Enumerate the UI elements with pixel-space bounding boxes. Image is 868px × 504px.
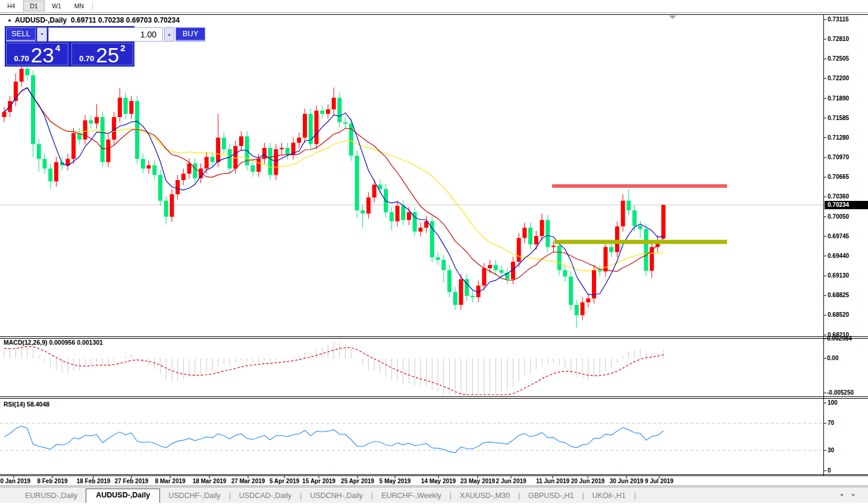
rsi-indicator-label: RSI(14) 58.4048 — [4, 401, 49, 408]
toolbar-separator — [92, 2, 93, 11]
collapse-triangle-icon[interactable]: ▲ — [7, 17, 12, 23]
ask-pip-digit: 2 — [120, 43, 125, 53]
ask-main-digits: 25 — [96, 47, 119, 63]
trend-lines — [552, 184, 727, 244]
timeframe-button-d1[interactable]: D1 — [23, 1, 45, 11]
bid-prefix: 0.70 — [14, 54, 29, 63]
bid-quote[interactable]: 0.70 23 4 — [6, 43, 68, 65]
chart-tab-eurusd[interactable]: EURUSD-,Daily — [17, 489, 86, 503]
timeframe-button-w1[interactable]: W1 — [46, 1, 67, 11]
chart-canvas — [0, 0, 868, 504]
current-price-tag: 0.70234 — [825, 201, 868, 209]
sell-button[interactable]: SELL — [6, 27, 36, 42]
rsi-levels — [0, 423, 823, 451]
timeframe-button-mn[interactable]: MN — [68, 1, 90, 11]
volume-decrease-button[interactable]: ▼ — [37, 27, 47, 42]
volume-increase-button[interactable]: ▲ — [164, 27, 174, 42]
chart-tab-gbpusd[interactable]: GBPUSD-,H1 — [520, 489, 582, 503]
ask-prefix: 0.70 — [79, 54, 94, 63]
mt4-window: H4D1W1MN 0.731150.728100.725050.722000.7… — [0, 0, 868, 504]
buy-button[interactable]: BUY — [176, 27, 205, 42]
chart-tab-ukoil[interactable]: UKOil-,H1 — [584, 489, 634, 503]
ask-quote[interactable]: 0.70 25 2 — [71, 43, 134, 65]
ma-mid-line — [4, 88, 663, 281]
trade-controls-row: SELL ▼ ▲ BUY — [6, 27, 133, 42]
tab-scroll-right-icon[interactable]: ▸ — [852, 492, 864, 497]
chart-tab-usdchf[interactable]: USDCHF-,Daily — [160, 489, 229, 503]
rsi-value: 58.4048 — [27, 401, 49, 408]
bid-main-digits: 23 — [31, 47, 54, 63]
rsi-line — [4, 426, 663, 453]
chart-tab-eurchf[interactable]: EURCHF-,Weekly — [373, 489, 449, 503]
macd-histogram — [4, 342, 663, 395]
macd-indicator-label: MACD(12,26,9) 0.000956 0.001301 — [4, 339, 103, 346]
chart-tab-audusd[interactable]: AUDUSD-,Daily — [86, 489, 160, 503]
tab-separator: | — [634, 492, 636, 503]
candles-group — [2, 64, 666, 328]
chart-symbol-label: AUDUSD-,Daily — [15, 16, 67, 24]
bid-pip-digit: 4 — [55, 43, 60, 53]
chart-tab-usdcnh[interactable]: USDCNH-,Daily — [302, 489, 371, 503]
chart-tab-bar: EURUSD-,DailyAUDUSD-,DailyUSDCHF-,Daily|… — [0, 487, 868, 503]
quote-row: 0.70 23 4 0.70 25 2 — [6, 43, 133, 65]
timeframe-button-h4[interactable]: H4 — [1, 1, 22, 11]
timeframe-toolbar: H4D1W1MN — [0, 0, 868, 12]
one-click-trading-panel: SELL ▼ ▲ BUY 0.70 23 4 0.70 25 2 — [5, 26, 134, 67]
tab-scroll-left-icon[interactable]: ◂ — [840, 492, 853, 497]
axis-ticks — [14, 20, 826, 478]
chart-title: ▲AUDUSD-,Daily 0.69711 0.70238 0.69703 0… — [7, 16, 180, 24]
macd-title: MACD(12,26,9) — [4, 339, 48, 346]
macd-values: 0.000956 0.001301 — [49, 339, 103, 346]
chart-ohlc-values: 0.69711 0.70238 0.69703 0.70234 — [71, 16, 180, 24]
volume-input[interactable] — [48, 27, 163, 42]
chart-tab-xauusd[interactable]: XAUUSD-,M30 — [452, 489, 518, 503]
rsi-title: RSI(14) — [4, 401, 25, 408]
tab-scroll-arrows: ◂▸ — [840, 492, 864, 497]
chart-tab-usdcad[interactable]: USDCAD-,Daily — [231, 489, 300, 503]
